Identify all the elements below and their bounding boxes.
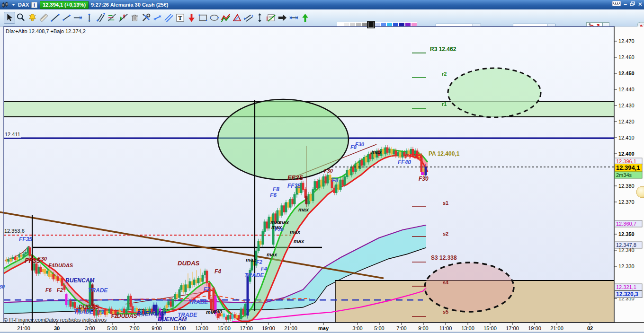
price-badge: 12.347,8: [615, 242, 642, 248]
svg-text:9:00: 9:00: [418, 325, 428, 331]
svg-text:12.321,1: 12.321,1: [616, 284, 636, 290]
svg-text:S3 12.338: S3 12.338: [431, 254, 457, 261]
svg-text:2m34s: 2m34s: [616, 172, 632, 178]
svg-text:F2: F2: [57, 287, 63, 293]
svg-text:F30: F30: [419, 175, 429, 182]
time-axis: 21:00303:005:007:009:0011:0013:0015:0017…: [0, 323, 644, 333]
svg-text:TRADE: TRADE: [244, 272, 264, 279]
svg-text:DUDAS: DUDAS: [54, 263, 73, 268]
svg-text:Datos recibidos indicativos: Datos recibidos indicativos: [45, 317, 107, 323]
candle: [312, 187, 314, 203]
svg-text:21:00: 21:00: [17, 325, 30, 331]
svg-text:F30: F30: [0, 284, 5, 289]
price-badge: 2m34s: [615, 172, 642, 178]
svg-text:12.440: 12.440: [618, 87, 635, 92]
svg-text:F30: F30: [275, 227, 284, 232]
svg-text:12.411: 12.411: [5, 131, 20, 137]
svg-text:12.450: 12.450: [618, 70, 635, 76]
svg-text:13:00: 13:00: [195, 325, 208, 331]
svg-text:s1: s1: [443, 200, 448, 206]
svg-text:30: 30: [54, 325, 60, 331]
svg-text:FF35: FF35: [405, 152, 422, 160]
candle: [208, 281, 210, 302]
signal-marker: [421, 172, 424, 175]
svg-text:3:00: 3:00: [85, 325, 95, 331]
svg-text:5:00: 5:00: [374, 325, 384, 331]
svg-text:12.353,6: 12.353,6: [4, 228, 25, 234]
svg-text:may: may: [318, 325, 329, 331]
candle: [262, 229, 264, 247]
svg-text:17:00: 17:00: [506, 325, 519, 331]
svg-text:min: min: [213, 308, 223, 314]
price-axis: 12.47012.46012.45012.44012.43012.42012.4…: [614, 26, 644, 323]
svg-text:12.360,7: 12.360,7: [616, 221, 636, 227]
candle: [247, 273, 249, 318]
svg-text:max: max: [298, 207, 309, 212]
svg-text:© IT-Finance.com: © IT-Finance.com: [4, 317, 45, 323]
svg-text:F8: F8: [332, 177, 339, 183]
svg-text:F6: F6: [270, 192, 277, 199]
svg-text:12.460: 12.460: [618, 54, 635, 60]
svg-text:max: max: [267, 252, 277, 257]
svg-text:F2: F2: [111, 313, 117, 319]
svg-text:R3 12.462: R3 12.462: [430, 46, 456, 53]
svg-text:TRADE: TRADE: [178, 312, 197, 318]
svg-text:TRADE: TRADE: [74, 308, 94, 315]
svg-text:F6: F6: [45, 287, 52, 293]
svg-text:12.347,8: 12.347,8: [616, 242, 636, 248]
chart-canvas[interactable]: R3 12.462r2r1PA 12.400,1s1s2S3 12.338s4s…: [0, 0, 644, 333]
price-badge: 12.321,1: [615, 284, 642, 290]
svg-text:r1: r1: [442, 101, 447, 107]
svg-text:12.380: 12.380: [618, 183, 635, 189]
svg-text:s2: s2: [443, 231, 448, 237]
svg-text:DUDAS: DUDAS: [117, 313, 137, 319]
price-badge: 12.360,7: [615, 220, 642, 227]
svg-text:11:00: 11:00: [439, 325, 452, 331]
svg-text:FF35: FF35: [287, 183, 301, 189]
svg-text:F2: F2: [98, 309, 104, 315]
svg-text:12.410: 12.410: [618, 135, 635, 140]
svg-text:TRADE: TRADE: [188, 299, 208, 306]
svg-text:21:00: 21:00: [284, 325, 297, 331]
svg-text:3:00: 3:00: [352, 325, 362, 331]
svg-text:F2: F2: [256, 259, 262, 265]
svg-text:s5: s5: [443, 309, 448, 315]
svg-text:F2: F2: [204, 286, 210, 292]
svg-text:max: max: [290, 229, 301, 235]
svg-text:11:00: 11:00: [173, 325, 186, 331]
svg-text:02: 02: [587, 325, 593, 331]
svg-text:12.330: 12.330: [618, 263, 635, 269]
svg-text:F30: F30: [324, 168, 333, 174]
svg-text:BUENCAM: BUENCAM: [65, 277, 95, 284]
svg-text:F8: F8: [273, 186, 279, 193]
svg-text:19:00: 19:00: [528, 325, 541, 331]
price-badge: 12.394,1: [615, 164, 642, 172]
svg-text:15:00: 15:00: [217, 325, 231, 331]
candle: [268, 215, 270, 231]
svg-text:12.420: 12.420: [618, 119, 635, 124]
svg-text:12.394,1: 12.394,1: [616, 164, 640, 171]
svg-text:TRADE: TRADE: [88, 287, 108, 294]
svg-text:F30: F30: [355, 141, 365, 147]
svg-text:max: max: [371, 149, 382, 155]
svg-text:12.396,1: 12.396,1: [616, 158, 636, 164]
svg-text:PA 12.400,1: PA 12.400,1: [429, 150, 460, 157]
color-swatch[interactable]: [368, 22, 374, 27]
svg-text:9:00: 9:00: [152, 325, 161, 331]
svg-text:12.370: 12.370: [618, 199, 635, 205]
svg-text:max: max: [246, 257, 257, 263]
svg-text:FF35: FF35: [19, 236, 32, 243]
svg-text:12.350: 12.350: [618, 231, 635, 237]
svg-text:FF40: FF40: [398, 159, 411, 166]
svg-text:17:00: 17:00: [240, 325, 253, 331]
svg-text:7:00: 7:00: [129, 325, 139, 331]
price-badge: 12.396,1: [615, 158, 642, 165]
svg-text:15:00: 15:00: [483, 325, 497, 331]
svg-text:s4: s4: [443, 280, 449, 285]
svg-text:7:00: 7:00: [396, 325, 406, 331]
svg-text:FF35: FF35: [25, 257, 40, 264]
price-badge: 12.320,3: [615, 291, 642, 298]
svg-text:F4: F4: [215, 268, 221, 275]
svg-text:F4: F4: [261, 266, 267, 272]
candle: [130, 294, 132, 309]
